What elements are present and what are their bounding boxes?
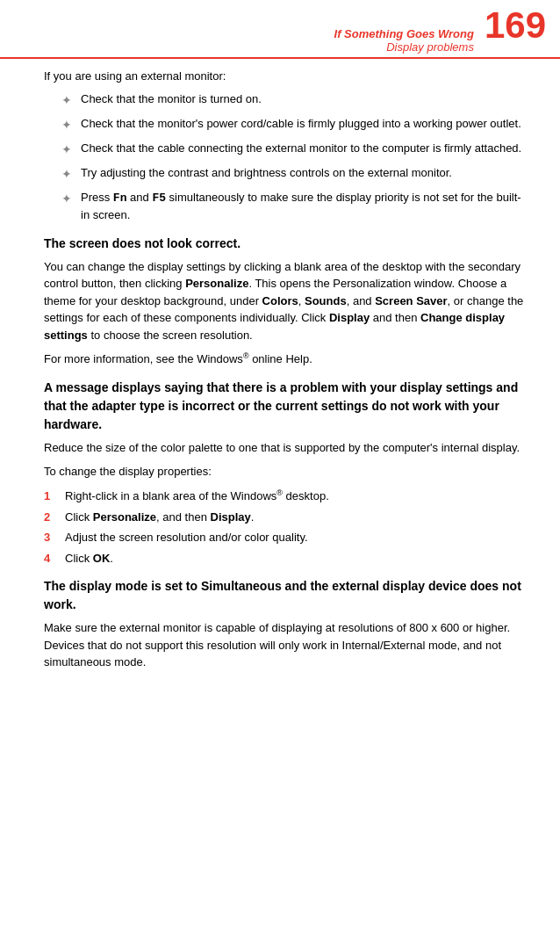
section3-heading: The display mode is set to Simultaneous …: [44, 577, 525, 614]
bullet-text: Try adjusting the contrast and brightnes…: [81, 164, 452, 182]
steps-list: 1 Right-click in a blank area of the Win…: [44, 488, 525, 567]
bullet-text: Check that the cable connecting the exte…: [81, 140, 521, 157]
section1-body2: For more information, see the Windows® o…: [44, 350, 525, 368]
step-text: Right-click in a blank area of the Windo…: [65, 488, 329, 505]
bullet-text: Press Fn and F5 simultaneously to make s…: [81, 189, 525, 224]
header-subsection: Display problems: [386, 40, 474, 54]
step-number: 1: [44, 488, 65, 505]
section3-body: Make sure the external monitor is capabl…: [44, 619, 525, 671]
page-header: If Something Goes Wrong Display problems…: [0, 0, 560, 59]
step-text: Adjust the screen resolution and/or colo…: [65, 529, 308, 546]
list-item: ✦ Check that the monitor is turned on.: [61, 90, 525, 110]
intro-text: If you are using an external monitor:: [44, 68, 525, 85]
step-text: Click OK.: [65, 550, 113, 567]
main-content: If you are using an external monitor: ✦ …: [0, 59, 560, 687]
header-section: If Something Goes Wrong: [334, 27, 474, 40]
list-item: ✦ Check that the cable connecting the ex…: [61, 140, 525, 159]
bullet-list: ✦ Check that the monitor is turned on. ✦…: [61, 90, 525, 224]
step-number: 3: [44, 529, 65, 546]
section1-body1: You can change the display settings by c…: [44, 258, 525, 344]
bullet-text: Check that the monitor's power cord/cabl…: [81, 115, 521, 133]
bullet-icon: ✦: [61, 165, 72, 184]
bullet-text: Check that the monitor is turned on.: [81, 90, 262, 108]
step-item: 3 Adjust the screen resolution and/or co…: [44, 529, 525, 546]
step-number: 2: [44, 509, 65, 526]
page-number: 169: [485, 7, 546, 44]
step-item: 1 Right-click in a blank area of the Win…: [44, 488, 525, 505]
step-item: 4 Click OK.: [44, 550, 525, 567]
list-item: ✦ Press Fn and F5 simultaneously to make…: [61, 189, 525, 224]
step-item: 2 Click Personalize, and then Display.: [44, 509, 525, 526]
bullet-icon: ✦: [61, 190, 72, 208]
step-number: 4: [44, 550, 65, 567]
bullet-icon: ✦: [61, 141, 72, 159]
section2-body2: To change the display properties:: [44, 463, 525, 481]
step-text: Click Personalize, and then Display.: [65, 509, 254, 526]
list-item: ✦ Check that the monitor's power cord/ca…: [61, 115, 525, 134]
list-item: ✦ Try adjusting the contrast and brightn…: [61, 164, 525, 184]
section1-heading: The screen does not look correct.: [44, 235, 525, 253]
bullet-icon: ✦: [61, 116, 72, 134]
section2-heading: A message displays saying that there is …: [44, 379, 525, 434]
section2-body1: Reduce the size of the color palette to …: [44, 439, 525, 457]
bullet-icon: ✦: [61, 91, 72, 110]
header-titles: If Something Goes Wrong Display problems: [334, 27, 474, 54]
